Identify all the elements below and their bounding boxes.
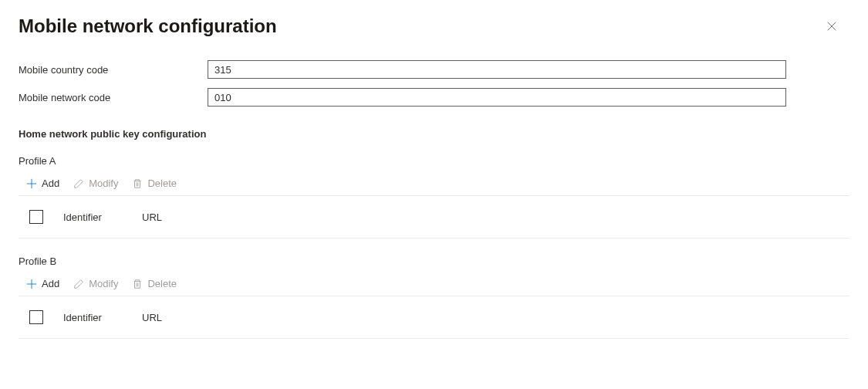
add-label: Add (42, 178, 59, 189)
profile-b-label: Profile B (19, 255, 849, 267)
add-button[interactable]: Add (26, 278, 59, 289)
trash-icon (132, 178, 143, 189)
page-title: Mobile network configuration (19, 15, 277, 37)
column-identifier[interactable]: Identifier (63, 312, 142, 323)
mcc-input[interactable] (208, 60, 786, 79)
mcc-label: Mobile country code (19, 64, 208, 76)
profile-a-table-header: Identifier URL (19, 196, 849, 238)
delete-label: Delete (147, 278, 177, 289)
modify-label: Modify (89, 278, 118, 289)
select-all-checkbox[interactable] (29, 310, 43, 324)
modify-label: Modify (89, 178, 118, 189)
delete-label: Delete (147, 178, 177, 189)
close-icon (826, 21, 837, 34)
add-button[interactable]: Add (26, 178, 59, 189)
column-url[interactable]: URL (142, 312, 162, 323)
section-title: Home network public key configuration (19, 128, 849, 140)
column-identifier[interactable]: Identifier (63, 211, 142, 223)
close-button[interactable] (823, 19, 840, 36)
trash-icon (132, 279, 143, 289)
mnc-input[interactable] (208, 88, 786, 107)
profile-a-label: Profile A (19, 155, 849, 167)
select-all-checkbox[interactable] (29, 210, 43, 224)
pencil-icon (73, 178, 84, 189)
modify-button: Modify (73, 178, 118, 189)
modify-button: Modify (73, 278, 118, 289)
profile-b-table-header: Identifier URL (19, 296, 849, 339)
plus-icon (26, 279, 37, 289)
pencil-icon (73, 279, 84, 289)
profile-b-toolbar: Add Modify Delete (19, 278, 849, 296)
profile-a-toolbar: Add Modify Delete (19, 178, 849, 196)
delete-button: Delete (132, 278, 177, 289)
delete-button: Delete (132, 178, 177, 189)
column-url[interactable]: URL (142, 211, 162, 223)
add-label: Add (42, 278, 59, 289)
mnc-label: Mobile network code (19, 92, 208, 103)
plus-icon (26, 178, 37, 189)
